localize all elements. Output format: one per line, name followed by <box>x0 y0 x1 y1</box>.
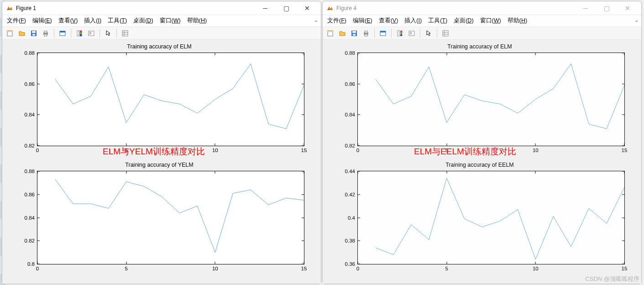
close-button[interactable]: ✕ <box>618 2 638 15</box>
toolbar <box>323 27 641 40</box>
y-tick-label: 0.84 <box>25 215 35 221</box>
menu-edit[interactable]: 编辑(E) <box>32 17 52 25</box>
svg-rect-4 <box>32 34 35 36</box>
x-tick-label: 10 <box>533 148 539 153</box>
legend-icon[interactable] <box>86 28 96 38</box>
y-tick-label: 0.38 <box>345 238 355 243</box>
save-icon[interactable] <box>349 28 359 38</box>
titlebar[interactable]: Figure 1 ─ ▢ ✕ <box>2 1 321 15</box>
axes: 0.80.820.840.860.88051015 <box>37 171 304 264</box>
subplot-2[interactable]: Training accuracy of YELM0.80.820.840.86… <box>5 163 314 276</box>
titlebar[interactable]: Figure 4 ─ ▢ ✕ <box>323 1 641 15</box>
svg-rect-36 <box>409 31 414 36</box>
pointer-icon[interactable] <box>103 28 113 38</box>
svg-rect-35 <box>400 34 402 36</box>
svg-rect-39 <box>443 31 448 36</box>
x-tick-label: 5 <box>445 266 448 271</box>
axes: 0.820.840.860.88051015 <box>37 53 304 146</box>
menu-tools[interactable]: 工具(T) <box>428 17 447 25</box>
new-figure-icon[interactable] <box>5 28 15 38</box>
matlab-icon <box>326 5 334 12</box>
maximize-button[interactable]: ▢ <box>276 2 296 15</box>
new-figure-icon[interactable] <box>325 28 335 38</box>
menu-desktop[interactable]: 桌面(D) <box>454 17 473 25</box>
y-tick-label: 0.36 <box>345 261 355 267</box>
menu-file[interactable]: 文件(F) <box>327 17 346 25</box>
menu-help[interactable]: 帮助(H) <box>187 17 207 25</box>
menu-view[interactable]: 查看(V) <box>379 17 398 25</box>
figure-window-4: Figure 4 ─ ▢ ✕ 文件(F) 编辑(E) 查看(V) 插入(I) 工… <box>322 1 642 284</box>
y-tick-label: 0.86 <box>25 81 35 87</box>
plot-area: Training accuracy of ELM0.820.840.860.88… <box>323 40 641 284</box>
open-icon[interactable] <box>17 28 27 38</box>
x-tick-label: 15 <box>301 148 307 153</box>
svg-rect-23 <box>328 31 333 32</box>
link-icon[interactable] <box>378 28 388 38</box>
menu-tools[interactable]: 工具(T) <box>108 17 127 25</box>
x-tick-label: 10 <box>212 266 218 271</box>
colorbar-icon[interactable] <box>74 28 84 38</box>
y-tick-label: 0.8 <box>27 261 35 267</box>
menu-desktop[interactable]: 桌面(D) <box>133 17 153 25</box>
close-button[interactable]: ✕ <box>297 2 317 15</box>
chart-title: Training accuracy of EELM <box>325 162 634 168</box>
toolbar <box>2 27 321 40</box>
svg-rect-18 <box>122 31 128 36</box>
menu-window[interactable]: 窗口(W) <box>160 17 181 25</box>
y-tick-label: 0.82 <box>25 238 35 243</box>
menu-dropdown-icon[interactable]: ⌄ <box>314 17 318 23</box>
colorbar-icon[interactable] <box>395 28 405 38</box>
pointer-icon[interactable] <box>424 28 434 38</box>
chart-title: Training accuracy of ELM <box>325 43 634 50</box>
chart-title: Training accuracy of YELM <box>5 162 314 168</box>
annotation-label: ELM与YELM训练精度对比 <box>103 146 205 158</box>
x-tick-label: 0 <box>36 266 39 271</box>
print-icon[interactable] <box>41 28 51 38</box>
minimize-button[interactable]: ─ <box>576 2 596 15</box>
x-tick-label: 15 <box>622 266 628 271</box>
y-tick-label: 0.82 <box>25 143 35 148</box>
menu-insert[interactable]: 插入(I) <box>84 17 101 25</box>
menu-window[interactable]: 窗口(W) <box>480 17 501 25</box>
axes: 0.820.840.860.88051015 <box>357 53 625 146</box>
y-tick-label: 0.88 <box>345 50 355 56</box>
x-tick-label: 0 <box>356 148 359 153</box>
y-tick-label: 0.82 <box>345 143 355 148</box>
y-tick-label: 0.86 <box>345 81 355 87</box>
y-tick-label: 0.86 <box>25 192 35 197</box>
y-tick-label: 0.42 <box>345 192 355 197</box>
menu-view[interactable]: 查看(V) <box>58 17 78 25</box>
subplot-1[interactable]: Training accuracy of ELM0.820.840.860.88… <box>5 44 314 158</box>
line-series <box>37 53 304 146</box>
maximize-button[interactable]: ▢ <box>597 2 617 15</box>
menu-file[interactable]: 文件(F) <box>7 17 26 25</box>
x-tick-label: 15 <box>301 266 307 271</box>
x-tick-label: 0 <box>356 266 359 271</box>
minimize-button[interactable]: ─ <box>255 2 275 15</box>
menu-dropdown-icon[interactable]: ⌄ <box>634 17 639 23</box>
print-icon[interactable] <box>361 28 371 38</box>
svg-rect-28 <box>365 31 367 33</box>
svg-rect-25 <box>352 31 356 33</box>
x-tick-label: 5 <box>125 266 127 271</box>
menu-help[interactable]: 帮助(H) <box>508 17 527 25</box>
x-tick-label: 10 <box>212 148 218 153</box>
subplot-1[interactable]: Training accuracy of ELM0.820.840.860.88… <box>325 44 634 158</box>
properties-icon[interactable] <box>120 28 130 38</box>
menu-edit[interactable]: 编辑(E) <box>353 17 372 25</box>
open-icon[interactable] <box>337 28 347 38</box>
y-tick-label: 0.88 <box>25 50 35 56</box>
subplot-2[interactable]: Training accuracy of EELM0.360.380.40.42… <box>325 163 634 276</box>
menu-insert[interactable]: 插入(I) <box>404 17 422 25</box>
svg-rect-31 <box>380 31 386 32</box>
svg-rect-34 <box>400 32 402 34</box>
figure-window-1: Figure 1 ─ ▢ ✕ 文件(F) 编辑(E) 查看(V) 插入(I) 工… <box>2 1 321 284</box>
save-icon[interactable] <box>29 28 39 38</box>
legend-icon[interactable] <box>407 28 417 38</box>
svg-rect-12 <box>80 31 82 32</box>
link-icon[interactable] <box>58 28 68 38</box>
x-tick-label: 0 <box>36 148 39 153</box>
properties-icon[interactable] <box>440 28 450 38</box>
y-tick-label: 0.84 <box>345 112 355 117</box>
line-series <box>358 53 624 146</box>
